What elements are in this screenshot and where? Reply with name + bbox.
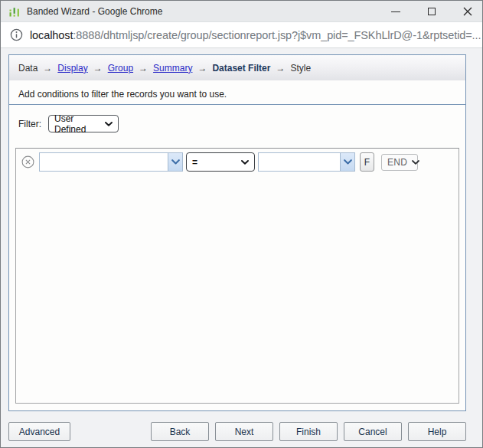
- field-combobox[interactable]: [39, 152, 183, 172]
- close-icon[interactable]: [462, 6, 473, 17]
- condition-row: = F END: [16, 149, 459, 172]
- url-bar: localhost:8888/dhtmljsp/create/group/sec…: [1, 22, 482, 48]
- arrow-separator-icon: →: [93, 63, 103, 74]
- filter-type-selected-value: User Defined: [54, 113, 100, 135]
- value-combobox[interactable]: [258, 152, 355, 172]
- title-bar: Banded Wizard - Google Chrome: [1, 1, 482, 22]
- finish-button[interactable]: Finish: [279, 422, 338, 441]
- operator-select[interactable]: =: [186, 152, 255, 172]
- value-dropdown-arrow-icon[interactable]: [340, 153, 354, 171]
- browser-popup-window: Banded Wizard - Google Chrome localhost:…: [0, 0, 483, 448]
- app-chart-icon: [8, 5, 21, 18]
- logic-selected-value: END: [387, 157, 407, 168]
- field-combobox-value[interactable]: [40, 153, 168, 171]
- window-controls: [390, 1, 473, 22]
- condition-builder-box: = F END: [15, 148, 459, 404]
- arrow-separator-icon: →: [197, 63, 207, 74]
- advanced-button[interactable]: Advanced: [8, 422, 70, 441]
- breadcrumb-step-summary[interactable]: Summary: [153, 63, 192, 74]
- breadcrumb-step-data: Data: [18, 63, 38, 74]
- formula-button[interactable]: F: [360, 152, 374, 172]
- url-address[interactable]: localhost:8888/dhtmljsp/create/group/sec…: [30, 29, 481, 41]
- breadcrumb-step-group[interactable]: Group: [108, 63, 133, 74]
- arrow-separator-icon: →: [139, 63, 148, 74]
- delete-condition-icon[interactable]: [21, 155, 34, 168]
- next-button[interactable]: Next: [215, 422, 273, 441]
- filter-label: Filter:: [18, 119, 41, 129]
- step-description: Add conditions to filter the records you…: [9, 80, 465, 105]
- cancel-button[interactable]: Cancel: [344, 422, 402, 441]
- url-host: localhost: [30, 29, 73, 41]
- filter-type-row: Filter: User Defined: [18, 115, 119, 132]
- field-dropdown-arrow-icon[interactable]: [168, 153, 182, 171]
- help-button[interactable]: Help: [408, 422, 466, 441]
- breadcrumb-step-style: Style: [290, 63, 311, 74]
- page-info-icon[interactable]: [10, 28, 23, 41]
- window-title: Banded Wizard - Google Chrome: [27, 6, 162, 17]
- filter-type-select[interactable]: User Defined: [48, 115, 119, 132]
- logic-select[interactable]: END: [381, 154, 418, 171]
- url-path: :8888/dhtmljsp/create/group/sectionrepor…: [73, 29, 481, 41]
- wizard-panel: Data → Display → Group → Summary → Datas…: [8, 54, 466, 411]
- back-button[interactable]: Back: [151, 422, 209, 441]
- arrow-separator-icon: →: [43, 63, 52, 74]
- value-combobox-value[interactable]: [259, 153, 340, 171]
- arrow-separator-icon: →: [276, 63, 285, 74]
- operator-selected-value: =: [192, 157, 197, 168]
- minimize-icon[interactable]: [390, 6, 401, 17]
- maximize-icon[interactable]: [426, 6, 437, 17]
- breadcrumb-step-dataset-filter-current: Dataset Filter: [212, 63, 270, 74]
- breadcrumb-step-display[interactable]: Display: [57, 63, 87, 74]
- breadcrumb: Data → Display → Group → Summary → Datas…: [9, 55, 465, 80]
